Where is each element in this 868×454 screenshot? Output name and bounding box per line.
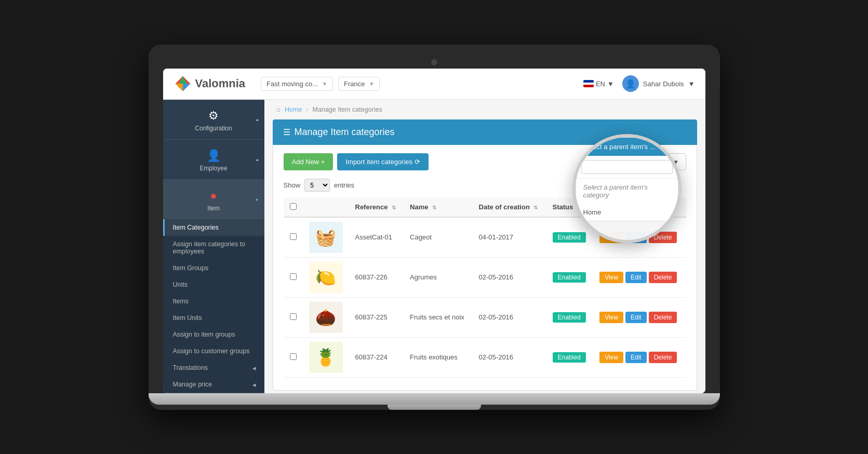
delete-button-3[interactable]: Delete: [649, 312, 677, 323]
row-1-checkbox[interactable]: [290, 233, 297, 240]
sort-reference-icon[interactable]: ⇅: [392, 205, 396, 210]
sidebar-subitem-item-units[interactable]: Item Units: [163, 310, 264, 326]
sort-name-icon[interactable]: ⇅: [432, 205, 436, 210]
dropdown-option-home[interactable]: Home: [576, 204, 678, 221]
sidebar-subitem-units[interactable]: Units: [163, 276, 264, 293]
sidebar-subitem-assign-item-categories[interactable]: Assign item categories to employees: [163, 236, 264, 260]
breadcrumb: ⌂ Home › Manage Item categories: [264, 100, 705, 119]
page-header: ☰ Manage Item categories Select a parent…: [273, 119, 697, 145]
sidebar-label-configuration: Configuration: [195, 125, 232, 132]
sidebar-subitem-manage-price[interactable]: Manage price ◂: [163, 376, 264, 393]
camera-icon: [431, 59, 437, 65]
dropdown-search-input[interactable]: [581, 160, 673, 174]
logo-icon: [173, 74, 192, 93]
row-reference-2: 60837-226: [349, 257, 404, 297]
row-4-checkbox[interactable]: [290, 353, 297, 360]
sidebar-subitem-item-groups[interactable]: Item Groups: [163, 260, 264, 276]
row-name-4: Fruits exotiques: [404, 337, 473, 377]
sidebar-subitem-items[interactable]: Items: [163, 293, 264, 310]
row-checkbox-3: [284, 297, 303, 337]
import-button[interactable]: Import item categories ⟳: [337, 153, 428, 170]
item-image-fruits-secs: 🌰: [309, 302, 343, 333]
sort-date-icon[interactable]: ⇅: [533, 205, 538, 210]
action-btns-4: View Edit Delete: [599, 352, 679, 363]
sidebar-section-configuration: ⚙ Configuration ◂: [163, 100, 264, 140]
configuration-icon: ⚙: [208, 109, 219, 123]
col-image: [303, 198, 349, 217]
show-label: Show: [284, 181, 301, 189]
language-caret: ▼: [607, 80, 614, 88]
edit-button-4[interactable]: Edit: [625, 352, 647, 363]
view-button-3[interactable]: View: [599, 312, 623, 323]
add-new-button[interactable]: Add New +: [284, 153, 333, 170]
row-date-4: 02-05-2016: [473, 337, 546, 377]
sidebar-subitem-item-categories[interactable]: Item Categories: [163, 219, 264, 236]
svg-marker-3: [175, 84, 182, 91]
row-name-3: Fruits secs et noix: [404, 297, 473, 337]
nav-right: EN ▼ 👤 Sahar Dubois ▼: [583, 75, 695, 92]
sidebar-section-employee: 👤 Employee ◂: [163, 140, 264, 180]
sidebar-item-employee[interactable]: 👤 Employee ◂: [163, 140, 264, 179]
row-3-checkbox[interactable]: [290, 313, 297, 320]
row-2-checkbox[interactable]: [290, 273, 297, 280]
item-image-agrumes: 🍋: [309, 262, 343, 293]
row-checkbox-2: [284, 257, 303, 297]
language-selector[interactable]: EN ▼: [583, 80, 614, 88]
nav-dropdowns: Fast moving co... ▼ France ▼: [261, 77, 583, 91]
sidebar-section-item: ● Item ▾ Item Categories Assign item cat…: [163, 180, 264, 393]
user-caret: ▼: [688, 80, 695, 88]
breadcrumb-separator: ›: [306, 106, 308, 113]
company-dropdown[interactable]: Fast moving co... ▼: [261, 77, 333, 91]
sidebar-item-item[interactable]: ● Item ▾: [163, 180, 264, 219]
delete-button-2[interactable]: Delete: [649, 272, 677, 283]
sidebar-subitem-translations[interactable]: Translations ◂: [163, 359, 264, 376]
entries-label: entries: [334, 181, 354, 189]
sidebar-arrow-employee: ◂: [256, 156, 258, 162]
row-date-2: 02-05-2016: [473, 257, 546, 297]
row-actions-4: View Edit Delete: [593, 337, 686, 377]
row-name-1: Cageot: [404, 217, 473, 258]
avatar: 👤: [622, 75, 639, 92]
sidebar-subitem-assign-item-groups[interactable]: Assign to item groups: [163, 326, 264, 343]
content-area: ⌂ Home › Manage Item categories ☰ Manage…: [264, 100, 705, 393]
user-menu[interactable]: 👤 Sahar Dubois ▼: [622, 75, 695, 92]
col-reference: Reference ⇅: [349, 198, 404, 217]
item-image-cageot: 🧺: [309, 222, 343, 253]
row-reference-3: 60837-225: [349, 297, 404, 337]
item-icon: ●: [210, 189, 217, 203]
sidebar-arrow-item: ▾: [256, 196, 258, 202]
manage-price-arrow: ◂: [252, 381, 256, 389]
country-value: France: [344, 80, 365, 88]
row-status-3: Enabled: [546, 297, 594, 337]
laptop-foot: [388, 405, 481, 410]
sidebar-item-configuration[interactable]: ⚙ Configuration ◂: [163, 100, 264, 139]
row-checkbox-1: [284, 217, 303, 258]
entries-select[interactable]: 5 10 25: [304, 179, 330, 192]
delete-button-4[interactable]: Delete: [649, 352, 677, 363]
view-button-2[interactable]: View: [599, 272, 623, 283]
country-dropdown[interactable]: France ▼: [338, 77, 380, 91]
table-row: 🍋 60837-226 Agrumes 02-05-2016 Enabled V…: [284, 257, 686, 297]
language-label: EN: [596, 80, 605, 88]
sidebar-subitem-assign-customer-groups[interactable]: Assign to customer groups: [163, 343, 264, 359]
translations-arrow: ◂: [252, 364, 256, 372]
logo-text: Valomnia: [195, 77, 246, 90]
employee-icon: 👤: [207, 149, 221, 163]
breadcrumb-current: Manage Item categories: [313, 106, 382, 113]
row-status-4: Enabled: [546, 337, 594, 377]
row-image-3: 🌰: [303, 297, 349, 337]
edit-button-3[interactable]: Edit: [625, 312, 647, 323]
row-actions-3: View Edit Delete: [593, 297, 686, 337]
status-badge-2: Enabled: [553, 272, 586, 283]
row-status-2: Enabled: [546, 257, 594, 297]
row-image-4: 🍍: [303, 337, 349, 377]
view-button-4[interactable]: View: [599, 352, 623, 363]
edit-button-2[interactable]: Edit: [625, 272, 647, 283]
row-image-2: 🍋: [303, 257, 349, 297]
col-date: Date of creation ⇅: [473, 198, 546, 217]
company-value: Fast moving co...: [266, 80, 318, 88]
select-all-checkbox[interactable]: [290, 203, 297, 210]
breadcrumb-home-link[interactable]: Home: [285, 106, 302, 113]
dropdown-option-placeholder[interactable]: Select a parent item's category: [576, 179, 678, 204]
flag-icon: [583, 80, 594, 87]
